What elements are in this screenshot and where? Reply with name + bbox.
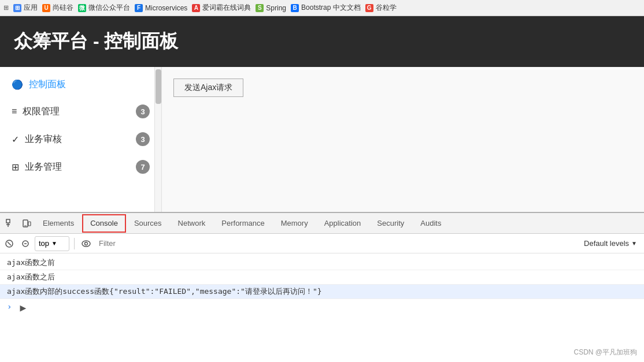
devtools-tabs: Elements Console Sources Network Perform… [0,213,644,234]
device-toolbar-icon[interactable] [18,215,35,232]
sidebar: 🔵 控制面板 ≡ 权限管理 3 ✓ 业务审核 3 ⊞ 业务管理 7 [0,67,162,212]
levels-chevron-icon: ▼ [631,240,637,247]
cursor-icon: ▶ [20,301,27,312]
sidebar-item-label: 业务审核 [25,133,130,145]
sidebar-item-management[interactable]: ⊞ 业务管理 7 [0,153,161,181]
stop-recording-button[interactable] [18,237,32,251]
sg-favicon: U [42,4,50,12]
sidebar-item-dashboard[interactable]: 🔵 控制面板 [0,72,161,98]
main-area: 🔵 控制面板 ≡ 权限管理 3 ✓ 业务审核 3 ⊞ 业务管理 7 发送Ajax… [0,67,644,212]
tab-network[interactable]: Network [170,213,214,234]
spring-favicon: S [256,4,264,12]
toolbar-item-sg[interactable]: U 尚硅谷 [42,3,73,13]
sidebar-scrollbar[interactable] [154,67,161,212]
bootstrap-favicon: B [291,4,299,12]
svg-rect-4 [28,222,31,226]
svg-line-7 [8,242,11,245]
tab-console[interactable]: Console [82,214,126,233]
console-line-highlighted: ajax函数内部的success函数{"result":"FAILED","me… [0,285,644,299]
sg-label: 尚硅谷 [53,3,73,13]
toolbar-item-wx[interactable]: 微 微信公众平台 [78,3,130,13]
audit-badge: 3 [136,132,150,146]
sidebar-item-audit[interactable]: ✓ 业务审核 3 [0,125,161,153]
watermark: CSDN @平凡加班狗 [573,348,637,357]
ms-favicon: F [135,4,143,12]
spring-label: Spring [266,4,286,12]
svg-point-11 [85,242,88,245]
toolbar-item-ci[interactable]: A 爱词霸在线词典 [192,3,251,13]
management-badge: 7 [136,160,150,174]
apps-label: 应用 [24,3,38,13]
sidebar-item-label: 控制面板 [29,79,150,91]
page-title: 众筹平台 - 控制面板 [14,29,178,54]
console-text: ajax函数内部的success函数{"result":"FAILED","me… [7,286,322,297]
permissions-badge: 3 [136,105,150,118]
guli-favicon: G [365,4,373,12]
devtools-panel: Elements Console Sources Network Perform… [0,212,644,362]
tab-elements[interactable]: Elements [35,213,82,234]
devtools-console-toolbar: top ▼ Default levels ▼ [0,234,644,253]
toolbar-item-ms[interactable]: F Microservices [135,4,187,12]
clear-console-button[interactable] [2,237,16,251]
apps-favicon: ⊞ [13,4,21,12]
toolbar-item-bootstrap[interactable]: B Bootstrap 中文文档 [291,3,361,13]
ajax-button[interactable]: 发送Ajax请求 [173,79,243,97]
wx-favicon: 微 [78,4,86,12]
context-selector[interactable]: top ▼ [35,236,69,251]
default-levels-dropdown[interactable]: Default levels ▼ [579,238,642,249]
tab-performance[interactable]: Performance [213,213,272,234]
console-prompt[interactable]: › ▶ [0,299,644,314]
content-area: 发送Ajax请求 [162,67,644,212]
management-icon: ⊞ [12,162,19,173]
browser-toolbar: ⊞ ⊞ 应用 U 尚硅谷 微 微信公众平台 F Microservices A … [0,0,644,16]
tab-security[interactable]: Security [369,213,412,234]
svg-point-10 [82,241,90,247]
bootstrap-label: Bootstrap 中文文档 [301,3,361,13]
eye-icon[interactable] [79,237,93,251]
context-value: top [39,239,49,248]
filter-input[interactable] [95,239,577,248]
dashboard-icon: 🔵 [12,79,23,90]
ci-label: 爱词霸在线词典 [202,3,251,13]
ms-label: Microservices [145,4,187,12]
guli-label: 谷粒学 [376,3,397,13]
default-levels-label: Default levels [584,239,629,248]
console-text: ajax函数之前 [7,257,55,268]
inspect-element-icon[interactable] [2,215,18,232]
console-line: ajax函数之前 [0,256,644,270]
chevron-down-icon: ▼ [51,240,57,247]
toolbar-item-guli[interactable]: G 谷粒学 [365,3,397,13]
sidebar-item-label: 权限管理 [23,106,130,118]
tab-audits[interactable]: Audits [412,213,449,234]
sidebar-item-label: 业务管理 [25,161,130,173]
audit-icon: ✓ [12,134,19,145]
toolbar-separator [74,238,75,249]
toolbar-item-spring[interactable]: S Spring [256,4,286,12]
tab-sources[interactable]: Sources [126,213,170,234]
ci-favicon: A [192,4,200,12]
page-header: 众筹平台 - 控制面板 [0,16,644,67]
prompt-arrow-icon: › [7,302,12,311]
tab-memory[interactable]: Memory [273,213,316,234]
apps-icon[interactable]: ⊞ [3,4,9,12]
console-output: ajax函数之前 ajax函数之后 ajax函数内部的success函数{"re… [0,253,644,362]
sidebar-item-permissions[interactable]: ≡ 权限管理 3 [0,98,161,125]
toolbar-item-apps[interactable]: ⊞ 应用 [13,3,38,13]
permissions-icon: ≡ [12,106,17,117]
svg-rect-0 [6,219,10,223]
tab-application[interactable]: Application [316,213,369,234]
scrollbar-thumb [156,69,161,104]
console-text: ajax函数之后 [7,271,55,283]
console-line: ajax函数之后 [0,270,644,285]
wx-label: 微信公众平台 [88,3,130,13]
